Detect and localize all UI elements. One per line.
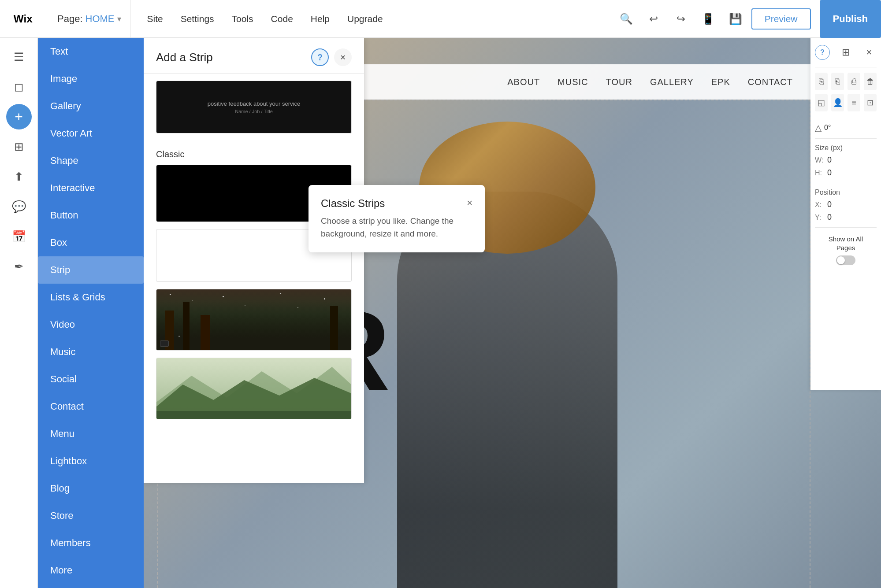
site-nav-contact[interactable]: CONTACT	[748, 77, 793, 87]
topbar: Wix Page: HOME ▾ Site Settings Tools Cod…	[0, 0, 881, 38]
add-strip-title: Add a Strip	[156, 51, 213, 64]
nav-site[interactable]: Site	[139, 10, 171, 28]
duplicate-button[interactable]: ⎙	[848, 73, 860, 90]
topbar-nav: Site Settings Tools Code Help Upgrade	[130, 10, 606, 28]
upload-icon: ⬆	[14, 171, 24, 182]
tooltip-close-button[interactable]: ×	[467, 197, 472, 209]
nav-upgrade[interactable]: Upgrade	[339, 10, 391, 28]
media-icon: ◻	[14, 81, 24, 92]
add-interactive[interactable]: Interactive	[38, 174, 144, 202]
search-button[interactable]: 🔍	[615, 7, 638, 30]
add-vector-art[interactable]: Vector Art	[38, 120, 144, 147]
add-more[interactable]: More	[38, 557, 144, 584]
add-shape[interactable]: Shape	[38, 147, 144, 174]
y-field: Y: 0	[815, 213, 877, 222]
add-gallery[interactable]: Gallery	[38, 92, 144, 120]
add-strip[interactable]: Strip	[38, 256, 144, 284]
site-nav-gallery[interactable]: GALLERY	[650, 77, 694, 87]
paste-style-button[interactable]: ⎗	[831, 73, 844, 90]
svg-rect-4	[156, 411, 351, 419]
add-strip-help-button[interactable]: ?	[311, 48, 329, 66]
add-element-button[interactable]: +	[6, 104, 32, 129]
page-name: HOME	[85, 13, 115, 25]
add-contact[interactable]: Contact	[38, 393, 144, 420]
strip-forest[interactable]	[156, 289, 352, 351]
classic-section-label: Classic	[144, 141, 364, 165]
add-strip-panel: Add a Strip ? × positive feedback about …	[144, 38, 364, 483]
nav-settings[interactable]: Settings	[173, 10, 222, 28]
undo-button[interactable]: ↩	[642, 7, 665, 30]
page-label: Page:	[57, 13, 83, 25]
site-nav-tour[interactable]: TOUR	[606, 77, 632, 87]
add-members[interactable]: Members	[38, 529, 144, 557]
size-label: Size (px)	[815, 144, 877, 152]
add-image[interactable]: Image	[38, 65, 144, 92]
add-menu[interactable]: Menu	[38, 420, 144, 447]
hero-figure	[375, 100, 684, 588]
rotate-control: △ 0°	[815, 122, 877, 133]
add-strip-header: Add a Strip ? ×	[144, 38, 364, 74]
page-selector[interactable]: Page: HOME ▾	[48, 0, 130, 37]
right-panel: ? ⊞ × ⎘ ⎗ ⎙ 🗑 ◱ 👤 ≡ ⊡ △ 0° Size (px) W: …	[810, 38, 881, 390]
width-field: W: 0	[815, 155, 877, 165]
person-icon-button[interactable]: 👤	[831, 94, 844, 111]
add-store[interactable]: Store	[38, 502, 144, 529]
chat-icon-btn[interactable]: 💬	[4, 192, 33, 221]
copy-style-button[interactable]: ⎘	[815, 73, 828, 90]
nav-code[interactable]: Code	[263, 10, 301, 28]
media-icon-btn[interactable]: ◻	[4, 72, 33, 101]
delete-button[interactable]: 🗑	[864, 73, 877, 90]
add-strip-close-button[interactable]: ×	[334, 48, 352, 66]
add-music[interactable]: Music	[38, 338, 144, 366]
resize-button[interactable]: ⊡	[864, 94, 877, 111]
pages-icon-btn[interactable]: ☰	[4, 42, 33, 71]
tooltip-body: Choose a strip you like. Change the back…	[321, 215, 472, 240]
right-panel-divider-5	[815, 227, 877, 228]
apps-icon-btn[interactable]: ⊞	[4, 132, 33, 161]
preview-button[interactable]: Preview	[751, 8, 811, 30]
height-label: H:	[815, 169, 824, 177]
site-nav-music[interactable]: MUSIC	[558, 77, 588, 87]
strip-dark-feedback[interactable]: positive feedback about your service Nam…	[156, 81, 352, 133]
nav-help[interactable]: Help	[303, 10, 338, 28]
add-lightbox[interactable]: Lightbox	[38, 447, 144, 475]
events-icon-btn[interactable]: 📅	[4, 222, 33, 251]
show-all-pages-toggle[interactable]	[836, 255, 855, 265]
add-lists-grids[interactable]: Lists & Grids	[38, 284, 144, 311]
right-panel-arrange-row: ◱ 👤 ≡ ⊡	[815, 94, 877, 111]
publish-button[interactable]: Publish	[820, 0, 881, 38]
right-panel-help-icon[interactable]: ?	[815, 45, 830, 60]
align-button[interactable]: ≡	[848, 94, 860, 111]
add-button[interactable]: Button	[38, 202, 144, 229]
site-nav-about[interactable]: ABOUT	[507, 77, 540, 87]
wix-logo: Wix	[0, 13, 48, 25]
y-value[interactable]: 0	[827, 213, 832, 222]
site-nav-epk[interactable]: EPK	[711, 77, 730, 87]
add-elements-panel: Text Image Gallery Vector Art Shape Inte…	[38, 38, 144, 588]
redo-button[interactable]: ↪	[669, 7, 692, 30]
add-social[interactable]: Social	[38, 366, 144, 393]
height-value[interactable]: 0	[827, 168, 832, 178]
right-panel-divider-1	[815, 67, 877, 67]
right-panel-top: ? ⊞ ×	[815, 45, 877, 60]
add-blog[interactable]: Blog	[38, 475, 144, 502]
add-video[interactable]: Video	[38, 311, 144, 338]
arrange-back-button[interactable]: ◱	[815, 94, 828, 111]
right-panel-divider-3	[815, 138, 877, 139]
right-panel-copy-row: ⎘ ⎗ ⎙ 🗑	[815, 73, 877, 90]
add-box[interactable]: Box	[38, 229, 144, 256]
upload-icon-btn[interactable]: ⬆	[4, 162, 33, 191]
left-sidebar: ☰ ◻ + ⊞ ⬆ 💬 📅 ✒	[0, 38, 38, 588]
apps-icon: ⊞	[14, 141, 24, 152]
page-chevron-icon: ▾	[117, 14, 121, 24]
nav-tools[interactable]: Tools	[224, 10, 261, 28]
right-panel-grid-icon[interactable]: ⊞	[838, 45, 853, 60]
x-value[interactable]: 0	[827, 200, 832, 209]
save-button[interactable]: 💾	[724, 7, 747, 30]
strip-mountain[interactable]	[156, 358, 352, 419]
width-value[interactable]: 0	[827, 155, 832, 165]
add-text[interactable]: Text	[38, 38, 144, 65]
right-panel-close-button[interactable]: ×	[862, 45, 877, 60]
mobile-view-button[interactable]: 📱	[697, 7, 720, 30]
blog-icon-btn[interactable]: ✒	[4, 252, 33, 281]
